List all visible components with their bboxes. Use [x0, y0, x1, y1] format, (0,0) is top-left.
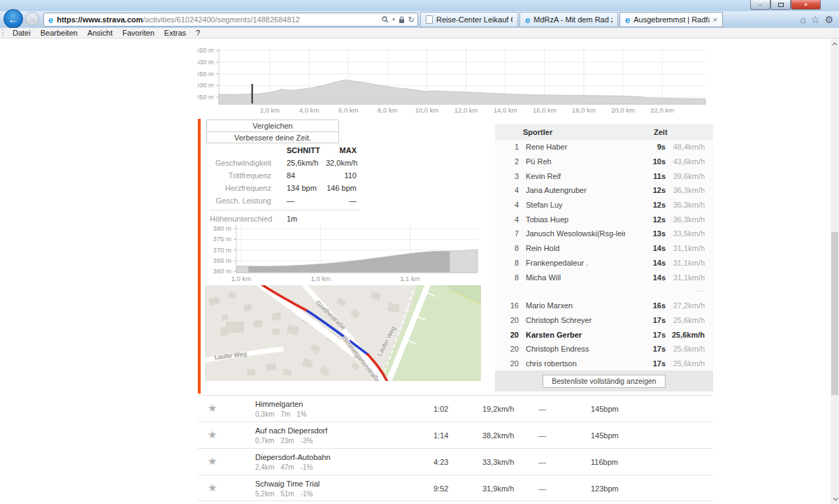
scroll-up-arrow-icon[interactable] [831, 38, 839, 50]
svg-text:450 m: 450 m [198, 70, 214, 78]
search-icon[interactable] [382, 16, 389, 23]
leaderboard-row[interactable]: 8 Frankenpedaleur . 14s 31,1km/h [495, 256, 713, 271]
leaderboard-athlete-name[interactable]: Mario Marxen [519, 301, 625, 310]
favorites-star-icon[interactable]: ☆ [811, 13, 820, 27]
browser-tab[interactable]: e Ausgebremmst | Radfahrt | ... × [619, 12, 723, 27]
scrollbar-thumb[interactable] [831, 232, 838, 395]
leaderboard-athlete-name[interactable]: chris robertson [519, 359, 625, 368]
segment-name[interactable]: Diepersdorf-Autobahn [255, 453, 331, 461]
leaderboard-athlete-name[interactable]: Jana Autengruber [519, 186, 625, 194]
leaderboard-athlete-name[interactable]: Pü Reh [519, 157, 625, 166]
leaderboard-time: 17s [625, 316, 666, 324]
leaderboard-header: Sportler Zeit [495, 124, 713, 140]
leaderboard-athlete-name[interactable]: Frankenpedaleur . [519, 259, 625, 267]
minimize-button[interactable]: – [750, 0, 770, 10]
menu-item-bearbeiten[interactable]: Bearbeiten [36, 29, 83, 37]
leaderboard-time: 14s [625, 244, 666, 252]
segment-speed: 33,3km/h [482, 458, 514, 466]
url-text[interactable]: https://www.strava.com/activities/610242… [57, 15, 382, 24]
leaderboard-row[interactable]: 3 Kevin Reif 11s 39,6km/h [495, 168, 713, 183]
leaderboard-athlete-name[interactable]: Janusch Wesolowski(Rsg-leinburg) [519, 229, 625, 238]
forward-button[interactable]: → [25, 12, 39, 26]
leaderboard-athlete-name[interactable]: Kevin Reif [519, 172, 625, 180]
segment-name[interactable]: Himmelgarten [255, 400, 303, 408]
leaderboard-row[interactable]: 4 Stefan Luy 12s 36,3km/h [495, 198, 713, 213]
scroll-down-arrow-icon[interactable] [831, 493, 839, 504]
segment-row[interactable]: ★ Auf nach Diepersdorf 0,7km23m-3% 1:14 … [198, 422, 713, 448]
leaderboard-row[interactable]: 20 Christoph Schreyer 17s 25,6km/h [495, 313, 713, 328]
star-icon[interactable]: ★ [208, 482, 217, 494]
menu-item-ansicht[interactable]: Ansicht [83, 29, 117, 37]
svg-text:380 m: 380 m [213, 224, 231, 232]
leaderboard-athlete-name[interactable]: Christoph Endress [519, 345, 625, 353]
leaderboard-athlete-name[interactable]: Rene Haber [519, 143, 625, 151]
leaderboard-row[interactable]: 16 Mario Marxen 16s 27,2km/h [495, 298, 713, 313]
search-dropdown-caret-icon[interactable]: ▾ [392, 17, 395, 22]
leaderboard-athlete-name[interactable]: Micha Will [519, 273, 625, 282]
refresh-icon[interactable]: ↻ [408, 15, 415, 24]
show-full-leaderboard-button[interactable]: Bestenliste vollständig anzeigen [543, 375, 665, 388]
leaderboard-row[interactable]: 4 Jana Autengruber 12s 36,3km/h [495, 183, 713, 198]
svg-text:20,0 km: 20,0 km [611, 106, 635, 114]
segment-row[interactable]: ★ Schwaig Time Trial 5,2km51m-1% 9:52 31… [198, 475, 713, 501]
browser-tab[interactable]: e MdRzA - Mit dem Rad zur Arb... [519, 12, 618, 27]
leaderboard-row[interactable]: 2 Pü Reh 10s 43,6km/h [495, 154, 713, 169]
menu-item-favoriten[interactable]: Favoriten [117, 29, 159, 37]
leaderboard-athlete-name[interactable]: Christoph Schreyer [519, 316, 625, 324]
compare-button[interactable]: Vergleichen [207, 120, 338, 131]
window-controls: –× [750, 0, 821, 10]
window-titlebar[interactable]: –× [0, 0, 839, 11]
segment-name[interactable]: Auf nach Diepersdorf [255, 426, 327, 435]
leaderboard-rank: 8 [495, 259, 519, 267]
menu-item-datei[interactable]: Datei [8, 29, 36, 37]
segment-elevation-chart: 380 m375 m370 m365 m360 m1,0 km1,0 km1,1… [198, 219, 492, 285]
leaderboard-speed: 25,6km/h [666, 345, 705, 353]
stat-label: Geschwindigkeit [210, 159, 271, 167]
leaderboard-athlete-name[interactable]: Tobias Huep [519, 215, 625, 224]
close-button[interactable]: × [791, 0, 821, 10]
leaderboard-speed: 36,3km/h [666, 215, 705, 224]
leaderboard-athlete-name[interactable]: Karsten Gerber [519, 331, 625, 339]
svg-text:375 m: 375 m [213, 235, 231, 243]
leaderboard-rank: 20 [495, 359, 519, 368]
star-icon[interactable]: ★ [208, 402, 217, 415]
leaderboard-row[interactable]: 20 Karsten Gerber 17s 25,6km/h [495, 327, 713, 342]
tools-gear-icon[interactable]: ⚙ [824, 13, 833, 27]
segment-row[interactable]: ★ Diepersdorf-Autobahn 2,4km47m-1% 4:23 … [198, 448, 713, 475]
address-bar[interactable]: e https://www.strava.com/activities/6102… [43, 13, 418, 27]
leaderboard-athlete-name[interactable]: Rein Hold [519, 244, 625, 252]
leaderboard-athlete-name[interactable]: Stefan Luy [519, 201, 625, 209]
maximize-button[interactable] [770, 0, 791, 10]
leaderboard-row[interactable]: 8 Rein Hold 14s 31,1km/h [495, 241, 713, 256]
segment-name[interactable]: Schwaig Time Trial [255, 480, 320, 488]
svg-text:365 m: 365 m [213, 257, 231, 264]
segment-speed: 38,2km/h [482, 431, 514, 440]
menu-item-[interactable]: ? [191, 29, 205, 37]
browser-tab[interactable]: Reise-Center Leikauf GmbH [420, 12, 518, 27]
segment-map[interactable]: Goethestraße Laufer Weg Himmelgartenstra… [205, 285, 481, 381]
tab-close-icon[interactable]: × [713, 15, 717, 24]
leaderboard-row[interactable]: 8 Micha Will 14s 31,1km/h [495, 270, 713, 285]
home-icon[interactable]: ⌂ [800, 13, 805, 27]
leaderboard-row[interactable]: 4 Tobias Huep 12s 36,3km/h [495, 212, 713, 226]
back-button[interactable]: ← [3, 9, 23, 29]
leaderboard-row[interactable]: 7 Janusch Wesolowski(Rsg-leinburg) 13s 3… [495, 226, 713, 241]
leaderboard-rank: 16 [495, 301, 519, 310]
menu-grip-handle[interactable] [2, 29, 4, 36]
stat-row: Gesch. Leistung — — [210, 194, 357, 207]
stat-avg-value: 134 bpm [271, 184, 326, 192]
segment-row[interactable]: ★ Himmelgarten 0,3km7m1% 1:02 19,2km/h —… [198, 395, 713, 422]
leaderboard-speed: 33,5km/h [666, 229, 705, 238]
segment-stats: 5,2km51m-1% [255, 490, 313, 498]
svg-text:1,1 km: 1,1 km [400, 275, 420, 282]
segment-stats: 0,3km7m1% [255, 410, 307, 418]
menu-item-extras[interactable]: Extras [159, 29, 191, 37]
vertical-scrollbar[interactable] [831, 38, 839, 504]
star-icon[interactable]: ★ [208, 455, 217, 468]
leaderboard-row[interactable]: 1 Rene Haber 9s 48,4km/h [495, 140, 713, 154]
leaderboard-row[interactable]: 20 Christoph Endress 17s 25,6km/h [495, 342, 713, 357]
star-icon[interactable]: ★ [208, 429, 217, 441]
segment-heartrate: 123bpm [591, 484, 619, 493]
improve-time-button[interactable]: Verbessere deine Zeit. [207, 131, 338, 143]
leaderboard-row[interactable]: 20 chris robertson 17s 25,6km/h [495, 357, 713, 371]
